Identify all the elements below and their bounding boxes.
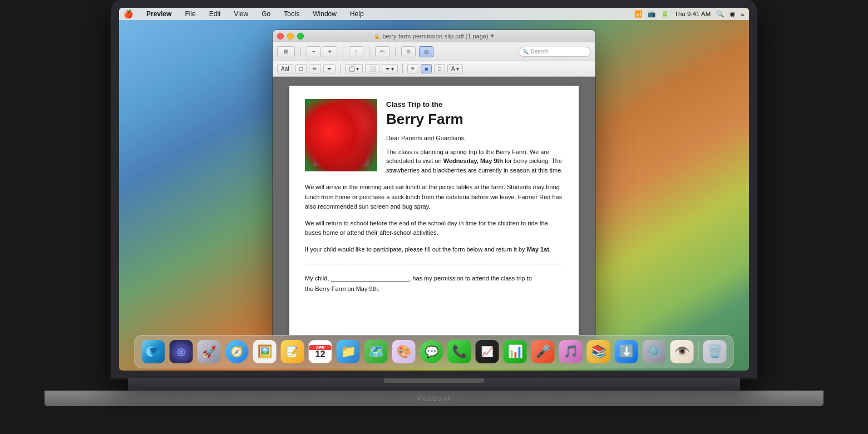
svg-point-16	[313, 121, 331, 141]
dock-itunes[interactable]: 🎵	[558, 339, 584, 364]
document-title: Berry Farm	[386, 111, 563, 127]
svg-point-9	[331, 129, 332, 130]
sketch-button[interactable]: ✏	[309, 64, 321, 73]
highlight-button[interactable]: ◎	[419, 46, 433, 57]
zoom-out-button[interactable]: −	[307, 46, 321, 57]
window-menu[interactable]: Window	[310, 10, 339, 18]
border-button[interactable]: ⬜	[365, 64, 379, 73]
align-button[interactable]: ≡	[407, 64, 418, 73]
pdf-page: Class Trip to the Berry Farm Dear Parent…	[289, 86, 579, 335]
sketch-icon: ✏	[313, 66, 317, 72]
separator-3	[369, 47, 369, 57]
maximize-button[interactable]	[297, 33, 304, 40]
lock-icon: 🔒	[374, 33, 380, 39]
view-menu[interactable]: View	[231, 10, 250, 18]
line-style-button[interactable]: ✒ ▾	[382, 64, 398, 73]
fill-color-button[interactable]: ■	[421, 64, 432, 73]
rect-select-button[interactable]: □	[295, 64, 307, 73]
macbook-base: MacBook	[45, 391, 823, 406]
search-box[interactable]: 🔍 Search	[519, 47, 591, 57]
dock-numbers[interactable]: 📊	[502, 339, 528, 364]
macbook-notch	[384, 378, 484, 383]
dock-maps[interactable]: 🗺️	[363, 339, 389, 364]
stroke-color-button[interactable]: □	[434, 64, 445, 73]
dock-divider	[698, 342, 699, 362]
view-icon: ⊞	[284, 48, 288, 55]
border-icon: ⬜	[369, 66, 376, 72]
shapes-button[interactable]: ◯ ▾	[345, 64, 363, 73]
notification-icon[interactable]: ≡	[741, 11, 744, 17]
help-menu[interactable]: Help	[348, 10, 366, 18]
font-style-button[interactable]: A ▾	[447, 64, 463, 73]
font-icon: A	[451, 66, 455, 72]
menu-bar: 🍎 Preview File Edit View Go Tools Window…	[119, 8, 749, 20]
form-divider	[305, 264, 563, 264]
pen-icon: ✏	[380, 48, 384, 55]
dock-finder[interactable]	[141, 339, 166, 364]
tools-menu[interactable]: Tools	[282, 10, 302, 18]
dock-system-preferences[interactable]: ⚙️	[642, 339, 667, 364]
close-button[interactable]	[277, 33, 284, 40]
separator-1	[300, 47, 301, 57]
pen-tool-button[interactable]: ✒	[323, 64, 336, 73]
document-subtitle: Class Trip to the	[386, 99, 563, 110]
dock-preview[interactable]: 👁️	[669, 339, 695, 364]
line-chevron: ▾	[391, 66, 394, 72]
dock-photos[interactable]: 🖼️	[252, 339, 278, 364]
svg-point-13	[328, 135, 330, 136]
document-title-area: Class Trip to the Berry Farm Dear Parent…	[386, 99, 563, 175]
paragraph-2: We will return to school before the end …	[305, 219, 563, 238]
window-toolbar: ⊞ − + ↑	[273, 42, 595, 61]
dock-safari[interactable]: 🧭	[224, 339, 250, 364]
edit-menu[interactable]: Edit	[207, 10, 223, 18]
dock-facetime[interactable]: 📞	[447, 339, 472, 364]
macbook: 🍎 Preview File Edit View Go Tools Window…	[45, 0, 823, 434]
stroke-icon: □	[438, 66, 441, 72]
svg-point-8	[324, 121, 347, 146]
screen-bezel: 🍎 Preview File Edit View Go Tools Window…	[111, 0, 757, 378]
markup-button[interactable]: ✏	[375, 46, 389, 57]
share-button[interactable]: ↑	[349, 46, 363, 57]
view-mode-button[interactable]: ⊞	[277, 46, 295, 57]
svg-point-11	[339, 135, 341, 136]
document-body: We will arrive in the morning and eat lu…	[305, 183, 563, 255]
app-name[interactable]: Preview	[144, 10, 174, 18]
apple-menu-icon[interactable]: 🍎	[124, 9, 133, 18]
go-menu[interactable]: Go	[259, 10, 273, 18]
svg-point-14	[339, 119, 359, 141]
file-menu[interactable]: File	[183, 10, 198, 18]
search-menubar-icon[interactable]: 🔍	[716, 10, 724, 18]
svg-point-7	[323, 120, 348, 147]
view-controls: ⊞	[277, 46, 295, 57]
dock-messages[interactable]: 💬	[419, 339, 445, 364]
siri-menubar-icon[interactable]: ◉	[729, 10, 735, 18]
svg-rect-0	[305, 99, 377, 171]
document-header: Class Trip to the Berry Farm Dear Parent…	[305, 99, 563, 175]
svg-point-15	[341, 120, 358, 140]
dock-files[interactable]: 📁	[336, 339, 361, 364]
text-tool-button[interactable]: AaI	[277, 64, 293, 73]
adjust-button[interactable]: ⊙	[401, 46, 416, 57]
ann-sep-1	[340, 64, 341, 74]
dock-calendar[interactable]: APR 12	[308, 339, 333, 364]
dock-stocks[interactable]: 📈	[475, 339, 500, 364]
share-icon: ↑	[355, 48, 358, 55]
highlight-icon: ◎	[424, 48, 429, 55]
zoom-in-button[interactable]: +	[323, 46, 337, 57]
traffic-lights	[277, 33, 304, 40]
svg-rect-2	[313, 138, 369, 144]
window-title: 🔒 berry-farm-permission-slip.pdf (1 page…	[374, 32, 494, 40]
dock-appstore[interactable]: ⬇️	[614, 339, 639, 364]
minimize-button[interactable]	[287, 33, 294, 40]
dock-photos2[interactable]: 🎨	[391, 339, 417, 364]
dock-notes[interactable]: 📝	[280, 339, 305, 364]
dock-launchpad[interactable]: 🚀	[196, 339, 222, 364]
dock-siri[interactable]: ◎	[169, 339, 194, 364]
dock-ibooks[interactable]: 📚	[586, 339, 611, 364]
dock-keynote[interactable]: 🎤	[530, 339, 556, 364]
dock-trash[interactable]: 🗑️	[702, 339, 728, 364]
pen-tool-icon: ✒	[327, 66, 332, 72]
preview-window: 🔒 berry-farm-permission-slip.pdf (1 page…	[273, 30, 595, 344]
document-intro: The class is planning a spring trip to t…	[386, 147, 563, 175]
window-titlebar: 🔒 berry-farm-permission-slip.pdf (1 page…	[273, 30, 595, 42]
